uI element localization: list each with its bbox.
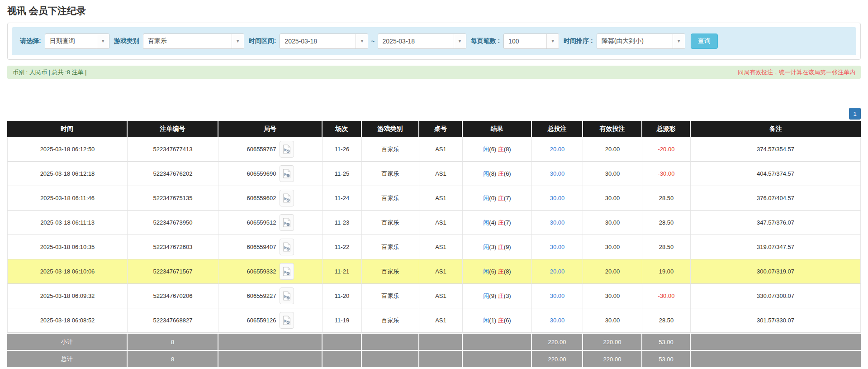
subtotal-total-bet: 220.00 bbox=[532, 333, 583, 350]
player-result: 闲 bbox=[483, 268, 489, 275]
cell-time: 2025-03-18 06:11:46 bbox=[7, 186, 128, 211]
game-type-select[interactable]: 百家乐 ▼ bbox=[143, 34, 244, 49]
cell-table: AS1 bbox=[419, 211, 463, 235]
cell-round: 606559332 bbox=[218, 259, 323, 284]
banker-score: (6) bbox=[504, 317, 511, 324]
video-replay-button[interactable] bbox=[280, 165, 294, 182]
round-number: 606559767 bbox=[247, 146, 276, 153]
time-sort-select[interactable]: 降冪(由大到小) ▼ bbox=[597, 34, 685, 49]
page-size-value: 100 bbox=[504, 38, 546, 45]
player-score: (9) bbox=[489, 292, 496, 299]
player-score: (1) bbox=[489, 317, 496, 324]
cell-valid-bet: 20.00 bbox=[583, 137, 642, 162]
cell-payout: -30.00 bbox=[642, 162, 691, 186]
date-to-picker[interactable]: 2025-03-18 ▼ bbox=[378, 34, 466, 49]
player-result: 闲 bbox=[483, 292, 489, 299]
player-result: 闲 bbox=[483, 244, 489, 250]
round-number: 606559602 bbox=[247, 195, 276, 201]
payout-value: 28.50 bbox=[659, 195, 674, 201]
cell-payout: 19.00 bbox=[642, 259, 691, 284]
total-bet-link[interactable]: 20.00 bbox=[550, 146, 565, 153]
table-row: 2025-03-18 06:12:18 522347676202 6065596… bbox=[7, 162, 861, 186]
banker-result: 庄 bbox=[498, 170, 504, 177]
payout-value: -30.00 bbox=[658, 292, 675, 299]
search-button[interactable]: 查询 bbox=[691, 34, 718, 49]
cell-bet-id: 522347671567 bbox=[128, 259, 218, 284]
cell-total-bet: 30.00 bbox=[532, 186, 583, 211]
total-row: 总计 8 220.00 220.00 53.00 bbox=[7, 350, 861, 367]
pagination-top: 1 bbox=[7, 108, 861, 120]
video-replay-button[interactable] bbox=[280, 288, 294, 304]
cell-game-type: 百家乐 bbox=[362, 211, 419, 235]
cell-bet-id: 522347670206 bbox=[128, 284, 218, 308]
total-bet-link[interactable]: 30.00 bbox=[550, 292, 565, 299]
header-payout: 总派彩 bbox=[642, 121, 691, 137]
cell-valid-bet: 30.00 bbox=[583, 284, 642, 308]
page-1-button[interactable]: 1 bbox=[849, 108, 861, 120]
film-icon bbox=[283, 169, 291, 178]
player-score: (6) bbox=[489, 268, 496, 275]
video-replay-button[interactable] bbox=[280, 214, 294, 231]
cell-remark: 300.07/319.07 bbox=[691, 259, 861, 284]
table-row: 2025-03-18 06:12:50 522347677413 6065597… bbox=[7, 137, 861, 162]
cell-valid-bet: 20.00 bbox=[583, 259, 642, 284]
video-replay-button[interactable] bbox=[280, 141, 294, 158]
cell-session: 11-20 bbox=[323, 284, 362, 308]
video-replay-button[interactable] bbox=[280, 263, 294, 280]
total-label: 总计 bbox=[7, 350, 128, 367]
cell-session: 11-21 bbox=[323, 259, 362, 284]
total-bet-link[interactable]: 20.00 bbox=[550, 268, 565, 275]
cell-session: 11-25 bbox=[323, 162, 362, 186]
cell-table: AS1 bbox=[419, 284, 463, 308]
payout-value: 28.50 bbox=[659, 219, 674, 226]
cell-bet-id: 522347675135 bbox=[128, 186, 218, 211]
total-bet-link[interactable]: 30.00 bbox=[550, 195, 565, 201]
cell-remark: 347.57/376.07 bbox=[691, 211, 861, 235]
header-bet-id: 注单编号 bbox=[128, 121, 218, 137]
cell-result: 闲(6) 庄(8) bbox=[463, 259, 532, 284]
film-icon bbox=[283, 316, 291, 325]
filter-bar: 请选择: 日期查询 ▼ 游戏类别 百家乐 ▼ 时间区间: 2025-03-18 … bbox=[12, 27, 856, 55]
cell-bet-id: 522347676202 bbox=[128, 162, 218, 186]
total-bet-link[interactable]: 30.00 bbox=[550, 170, 565, 177]
payout-value: -20.00 bbox=[658, 146, 675, 153]
cell-time: 2025-03-18 06:08:52 bbox=[7, 308, 128, 333]
video-replay-button[interactable] bbox=[280, 312, 294, 329]
cell-table: AS1 bbox=[419, 235, 463, 259]
banker-score: (6) bbox=[504, 170, 511, 177]
table-row: 2025-03-18 06:11:13 522347673950 6065595… bbox=[7, 211, 861, 235]
date-from-picker[interactable]: 2025-03-18 ▼ bbox=[280, 34, 368, 49]
round-number: 606559690 bbox=[247, 170, 276, 177]
cell-game-type: 百家乐 bbox=[362, 284, 419, 308]
total-count: 8 bbox=[128, 350, 218, 367]
banker-score: (9) bbox=[504, 244, 511, 250]
total-bet-link[interactable]: 30.00 bbox=[550, 244, 565, 250]
cell-payout: -30.00 bbox=[642, 284, 691, 308]
cell-table: AS1 bbox=[419, 186, 463, 211]
banker-result: 庄 bbox=[498, 317, 504, 324]
time-range-label: 时间区间: bbox=[249, 37, 276, 45]
query-type-select[interactable]: 日期查询 ▼ bbox=[45, 34, 109, 49]
cell-result: 闲(9) 庄(3) bbox=[463, 284, 532, 308]
page-size-select[interactable]: 100 ▼ bbox=[503, 34, 559, 49]
banker-result: 庄 bbox=[498, 219, 504, 226]
banker-score: (7) bbox=[504, 219, 511, 226]
header-remark: 备注 bbox=[691, 121, 861, 137]
video-replay-button[interactable] bbox=[280, 190, 294, 206]
cell-total-bet: 30.00 bbox=[532, 308, 583, 333]
total-bet-link[interactable]: 30.00 bbox=[550, 317, 565, 324]
cell-bet-id: 522347672603 bbox=[128, 235, 218, 259]
cell-round: 606559512 bbox=[218, 211, 323, 235]
banker-result: 庄 bbox=[498, 268, 504, 275]
player-score: (3) bbox=[489, 244, 496, 250]
video-replay-button[interactable] bbox=[280, 239, 294, 255]
player-result: 闲 bbox=[483, 170, 489, 177]
cell-valid-bet: 30.00 bbox=[583, 308, 642, 333]
total-bet-link[interactable]: 30.00 bbox=[550, 219, 565, 226]
cell-total-bet: 30.00 bbox=[532, 162, 583, 186]
cell-total-bet: 30.00 bbox=[532, 211, 583, 235]
table-row: 2025-03-18 06:08:52 522347668827 6065591… bbox=[7, 308, 861, 333]
banker-result: 庄 bbox=[498, 195, 504, 201]
chevron-down-icon: ▼ bbox=[232, 34, 244, 48]
cell-payout: 28.50 bbox=[642, 186, 691, 211]
